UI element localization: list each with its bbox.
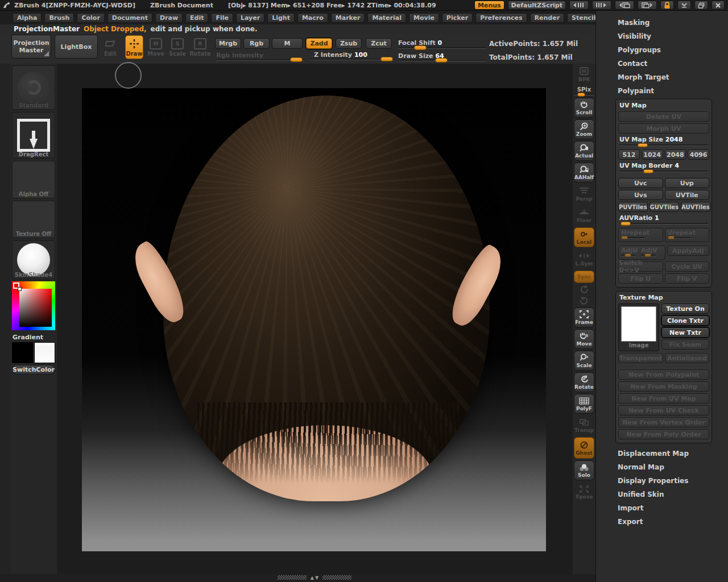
move-mode-button[interactable]: M Move: [147, 35, 165, 59]
saturation-value-square[interactable]: [19, 289, 52, 327]
mrgb-button[interactable]: Mrgb: [215, 38, 241, 49]
shrink-divider-icon[interactable]: [569, 1, 589, 10]
texture-on-button[interactable]: Texture On: [661, 304, 709, 314]
z-intensity-slider[interactable]: [310, 59, 394, 60]
vrepeat-slider[interactable]: Vrepeat: [665, 228, 710, 242]
floor-button[interactable]: Floor: [574, 206, 594, 226]
tray-texture[interactable]: [322, 575, 351, 580]
uvtile-button[interactable]: UVTile: [665, 190, 710, 200]
section-polypaint[interactable]: Polypaint: [618, 84, 723, 98]
vrepeat-handle[interactable]: [668, 236, 675, 239]
uvs-button[interactable]: Uvs: [618, 190, 663, 200]
texture-thumbnail[interactable]: Image: [618, 304, 659, 351]
adj-uv-sliders[interactable]: AdjU AdjV: [618, 246, 665, 260]
transparent-button[interactable]: Transparent: [618, 353, 663, 363]
new-from-vertex-order-button[interactable]: New From Vertex Order: [618, 417, 709, 427]
morph-uv-button[interactable]: Morph UV: [618, 123, 709, 134]
zcut-button[interactable]: Zcut: [366, 38, 392, 49]
menu-movie[interactable]: Movie: [409, 13, 439, 23]
persp-button[interactable]: Persp: [574, 184, 594, 204]
menu-file[interactable]: File: [211, 13, 233, 23]
local-button[interactable]: Local: [574, 227, 594, 247]
texture-map-title[interactable]: Texture Map: [618, 293, 709, 304]
antialiased-button[interactable]: Antialiased: [665, 353, 710, 363]
menus-button[interactable]: Menus: [474, 1, 504, 10]
section-display-properties[interactable]: Display Properties: [618, 474, 723, 488]
draw-mode-button[interactable]: Draw: [125, 35, 143, 59]
actual-button[interactable]: Actual: [574, 141, 594, 161]
menu-draw[interactable]: Draw: [155, 13, 183, 23]
new-from-polypaint-button[interactable]: New From Polypaint: [618, 369, 709, 380]
ghost-button[interactable]: Ghost: [574, 437, 594, 459]
uv-size-1024-button[interactable]: 1024: [642, 149, 663, 160]
uv-map-title[interactable]: UV Map: [618, 101, 709, 111]
hrepeat-slider[interactable]: Hrepeat: [618, 228, 663, 242]
new-from-poly-order-button[interactable]: New From Poly Order: [618, 429, 709, 439]
menu-material[interactable]: Material: [367, 13, 406, 23]
menu-document[interactable]: Document: [107, 13, 152, 23]
next-document-icon[interactable]: [638, 1, 657, 10]
restore-button[interactable]: [694, 1, 708, 10]
flip-u-button[interactable]: Flip U: [618, 273, 663, 284]
applyadj-button[interactable]: ApplyAdj: [667, 246, 710, 256]
menu-marker[interactable]: Marker: [331, 13, 365, 23]
uv-map-border-handle[interactable]: [643, 169, 653, 173]
scale-mode-button[interactable]: S Scale: [168, 35, 187, 59]
rgb-intensity-handle[interactable]: [290, 57, 303, 62]
aahalf-button[interactable]: AAHalf: [574, 163, 594, 182]
uv-map-size-handle[interactable]: [638, 143, 648, 147]
flip-v-button[interactable]: Flip V: [665, 273, 710, 284]
hrepeat-handle[interactable]: [621, 236, 628, 239]
spix-control[interactable]: SPix: [574, 86, 594, 95]
stroke-selector[interactable]: DragRect: [12, 112, 55, 159]
bottom-tray-handle[interactable]: ▲ ▼: [278, 575, 351, 580]
menu-picker[interactable]: Picker: [442, 13, 473, 23]
lock-icon[interactable]: [660, 1, 674, 10]
puvtiles-button[interactable]: PUVTiles: [618, 202, 648, 212]
sync-button[interactable]: Sync: [574, 271, 594, 283]
section-masking[interactable]: Masking: [618, 16, 723, 30]
switch-color-button[interactable]: SwitchColor: [12, 365, 55, 375]
new-txtr-button[interactable]: New Txtr: [661, 327, 709, 338]
new-from-masking-button[interactable]: New From Masking: [618, 381, 709, 392]
spix-handle[interactable]: [577, 93, 585, 97]
gradient-label[interactable]: Gradient: [10, 332, 57, 342]
adjv-handle[interactable]: [644, 253, 651, 257]
tray-open-icon[interactable]: ▲: [311, 575, 314, 580]
uv-size-2048-button[interactable]: 2048: [665, 149, 686, 160]
uv-map-size-slider[interactable]: UV Map Size 2048: [618, 135, 709, 149]
bpr-button[interactable]: BPR: [574, 65, 594, 85]
shelf-rotate-button[interactable]: Rotate: [574, 372, 594, 392]
menu-preferences[interactable]: Preferences: [475, 13, 527, 23]
menu-brush[interactable]: Brush: [44, 13, 74, 23]
draw-size-handle[interactable]: [435, 58, 448, 63]
lsym-button[interactable]: L.Sym: [574, 249, 594, 269]
zoom-button[interactable]: Zoom: [574, 119, 594, 139]
section-contact[interactable]: Contact: [618, 57, 723, 70]
zadd-button[interactable]: Zadd: [306, 38, 332, 49]
spin-right-icon[interactable]: [580, 296, 589, 306]
section-visibility[interactable]: Visibility: [618, 30, 723, 43]
uvp-button[interactable]: Uvp: [665, 178, 710, 188]
rgb-button[interactable]: Rgb: [243, 38, 270, 49]
delete-uv-button[interactable]: Delete UV: [618, 111, 709, 122]
brush-selector[interactable]: Standard: [12, 65, 55, 110]
section-import[interactable]: Import: [618, 501, 723, 515]
transp-button[interactable]: Transp: [574, 415, 594, 435]
clone-txtr-button[interactable]: Clone Txtr: [661, 315, 709, 326]
menu-light[interactable]: Light: [267, 13, 295, 23]
default-zscript-button[interactable]: DefaultZScript: [508, 1, 566, 10]
focal-shift-handle[interactable]: [414, 45, 427, 50]
section-unified-skin[interactable]: Unified Skin: [618, 488, 723, 501]
shelf-scale-button[interactable]: Scale: [574, 351, 594, 371]
adju-handle[interactable]: [624, 253, 631, 257]
section-normal-map[interactable]: Normal Map: [618, 460, 723, 474]
spin-left-icon[interactable]: [580, 285, 589, 295]
color-picker[interactable]: [12, 281, 55, 330]
texture-selector[interactable]: Texture Off: [12, 201, 55, 238]
alpha-selector[interactable]: Alpha Off: [12, 161, 55, 198]
m-button[interactable]: M: [272, 38, 303, 49]
menu-layer[interactable]: Layer: [236, 13, 264, 23]
section-displacement-map[interactable]: Displacement Map: [618, 447, 723, 460]
rgb-intensity-slider[interactable]: [216, 59, 304, 61]
